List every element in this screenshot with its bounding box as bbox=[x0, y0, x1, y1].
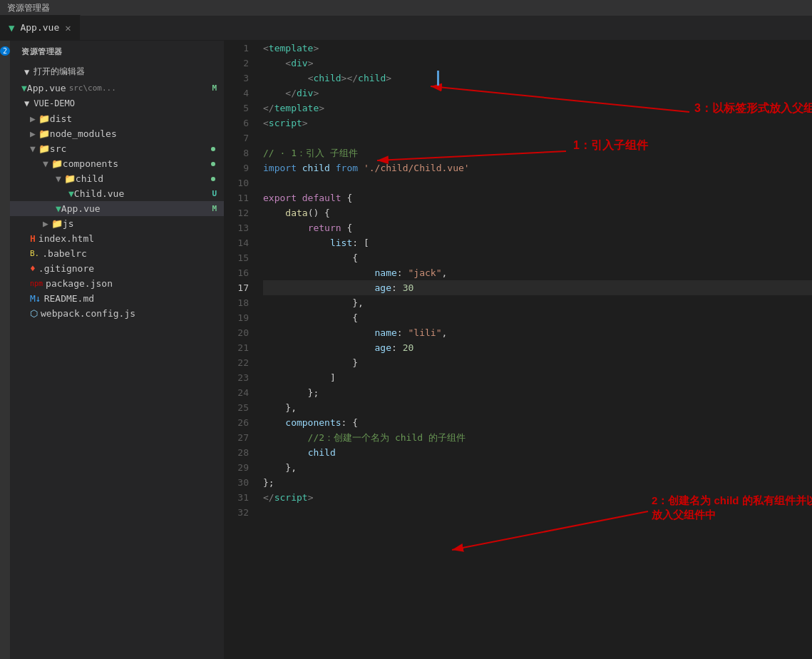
ln-6: 6 bbox=[224, 116, 249, 131]
collapse-icon: ▼ bbox=[56, 173, 61, 184]
babelrc-label: .babelrc bbox=[42, 248, 87, 259]
code-line-23: ] bbox=[263, 370, 812, 385]
ln-27: 27 bbox=[224, 430, 249, 445]
ln-29: 29 bbox=[224, 460, 249, 475]
code-line-32 bbox=[263, 505, 812, 520]
ln-1: 1 bbox=[224, 41, 249, 56]
babelrc-item[interactable]: B. .babelrc bbox=[10, 246, 224, 261]
code-line-30: }; bbox=[263, 475, 812, 490]
code-line-16: name: "jack", bbox=[263, 265, 812, 280]
code-line-31: </script> bbox=[263, 490, 812, 505]
npm-icon: npm bbox=[30, 280, 43, 287]
close-icon[interactable]: ✕ bbox=[65, 22, 71, 34]
open-editors-arrow: ▼ bbox=[24, 67, 29, 77]
components-item[interactable]: ▼ 📁 components bbox=[10, 156, 224, 171]
webpack-item[interactable]: ⬡ webpack.config.js bbox=[10, 306, 224, 321]
ln-25: 25 bbox=[224, 400, 249, 415]
ln-13: 13 bbox=[224, 220, 249, 235]
babel-icon: B. bbox=[30, 249, 39, 258]
node-modules-label: node_modules bbox=[50, 128, 117, 139]
js-item[interactable]: ▶ 📁 js bbox=[10, 216, 224, 231]
index-html-item[interactable]: H index.html bbox=[10, 231, 224, 246]
open-app-vue-path: src\com... bbox=[69, 83, 116, 93]
code-line-3: <child></child> bbox=[263, 71, 812, 86]
ln-30: 30 bbox=[224, 475, 249, 490]
line-numbers: 1 2 3 4 5 6 7 8 9 10 11 12 13 14 15 16 1… bbox=[224, 41, 256, 659]
editor-area: 1 2 3 4 5 6 7 8 9 10 11 12 13 14 15 16 1… bbox=[224, 41, 812, 659]
code-line-4: </div> bbox=[263, 86, 812, 101]
code-line-2: <div> bbox=[263, 56, 812, 71]
open-editors-label: 打开的编辑器 bbox=[34, 66, 85, 78]
folder-icon: 📁 bbox=[38, 143, 50, 154]
readme-item[interactable]: M↓ README.md bbox=[10, 291, 224, 306]
ln-21: 21 bbox=[224, 340, 249, 355]
git-icon: ♦ bbox=[30, 263, 36, 274]
child-vue-label: Child.vue bbox=[74, 188, 124, 199]
folder-icon: 📁 bbox=[64, 173, 76, 184]
ln-23: 23 bbox=[224, 370, 249, 385]
vue-icon: ▼ bbox=[56, 203, 61, 214]
ln-26: 26 bbox=[224, 415, 249, 430]
code-line-12: data() { bbox=[263, 205, 812, 220]
ln-17: 17 bbox=[224, 280, 249, 295]
code-line-28: child bbox=[263, 445, 812, 460]
app-vue-item[interactable]: ▼ App.vue M bbox=[10, 201, 224, 216]
code-line-13: return { bbox=[263, 220, 812, 235]
folder-icon: 📁 bbox=[38, 113, 50, 124]
child-vue-item[interactable]: ▼ Child.vue U bbox=[10, 186, 224, 201]
ln-11: 11 bbox=[224, 190, 249, 205]
gitignore-label: .gitignore bbox=[38, 263, 94, 274]
ln-24: 24 bbox=[224, 385, 249, 400]
expand-icon: ▶ bbox=[43, 218, 48, 229]
modified-dot bbox=[211, 162, 215, 166]
package-json-item[interactable]: npm package.json bbox=[10, 276, 224, 291]
ln-7: 7 bbox=[224, 131, 249, 145]
ln-32: 32 bbox=[224, 505, 249, 520]
code-line-22: } bbox=[263, 355, 812, 370]
webpack-label: webpack.config.js bbox=[41, 308, 135, 319]
vue-demo-section[interactable]: ▼ VUE-DEMO bbox=[10, 96, 224, 111]
vue-demo-arrow: ▼ bbox=[24, 98, 29, 108]
code-line-6: <script> bbox=[263, 116, 812, 131]
gitignore-item[interactable]: ♦ .gitignore bbox=[10, 261, 224, 276]
open-app-vue-badge: M bbox=[212, 83, 217, 93]
open-editors-section[interactable]: ▼ 打开的编辑器 bbox=[10, 63, 224, 81]
app-vue-label: App.vue bbox=[61, 203, 101, 214]
js-label: js bbox=[63, 218, 74, 229]
main-area: 2 资源管理器 ▼ 打开的编辑器 ▼ App.vue src\com... M … bbox=[0, 41, 812, 659]
components-label: components bbox=[63, 158, 118, 169]
dist-item[interactable]: ▶ 📁 dist bbox=[10, 111, 224, 126]
ln-19: 19 bbox=[224, 310, 249, 325]
code-area[interactable]: <template> <div> <child></child> </div> … bbox=[256, 41, 812, 659]
html-icon: H bbox=[30, 233, 36, 244]
ln-9: 9 bbox=[224, 160, 249, 175]
vue-icon: ▼ bbox=[68, 188, 74, 199]
code-line-17: age: 30 bbox=[263, 280, 812, 295]
collapse-icon: ▼ bbox=[30, 143, 36, 154]
package-json-label: package.json bbox=[46, 278, 113, 289]
folder-icon: 📁 bbox=[38, 128, 50, 139]
src-item[interactable]: ▼ 📁 src bbox=[10, 141, 224, 156]
child-folder-item[interactable]: ▼ 📁 child bbox=[10, 171, 224, 186]
vue-demo-label: VUE-DEMO bbox=[34, 98, 75, 108]
folder-icon: 📁 bbox=[51, 218, 63, 229]
tab-bar: ▼ App.vue ✕ bbox=[0, 16, 812, 41]
code-line-26: components: { bbox=[263, 415, 812, 430]
ln-8: 8 bbox=[224, 145, 249, 160]
code-line-20: name: "lili", bbox=[263, 325, 812, 340]
code-line-18: }, bbox=[263, 295, 812, 310]
code-line-9: import child from './child/Child.vue' bbox=[263, 160, 812, 175]
ln-10: 10 bbox=[224, 175, 249, 190]
line-indicator bbox=[437, 71, 439, 86]
md-icon: M↓ bbox=[30, 293, 41, 304]
ln-5: 5 bbox=[224, 101, 249, 116]
ln-18: 18 bbox=[224, 295, 249, 310]
modified-dot bbox=[211, 177, 215, 181]
app-vue-tab[interactable]: ▼ App.vue ✕ bbox=[0, 15, 81, 40]
open-app-vue-item[interactable]: ▼ App.vue src\com... M bbox=[10, 81, 224, 96]
code-line-27: //2：创建一个名为 child 的子组件 bbox=[263, 430, 812, 445]
node-modules-item[interactable]: ▶ 📁 node_modules bbox=[10, 126, 224, 141]
vue-file-icon: ▼ bbox=[21, 83, 27, 93]
ln-3: 3 bbox=[224, 71, 249, 86]
code-line-11: export default { bbox=[263, 190, 812, 205]
